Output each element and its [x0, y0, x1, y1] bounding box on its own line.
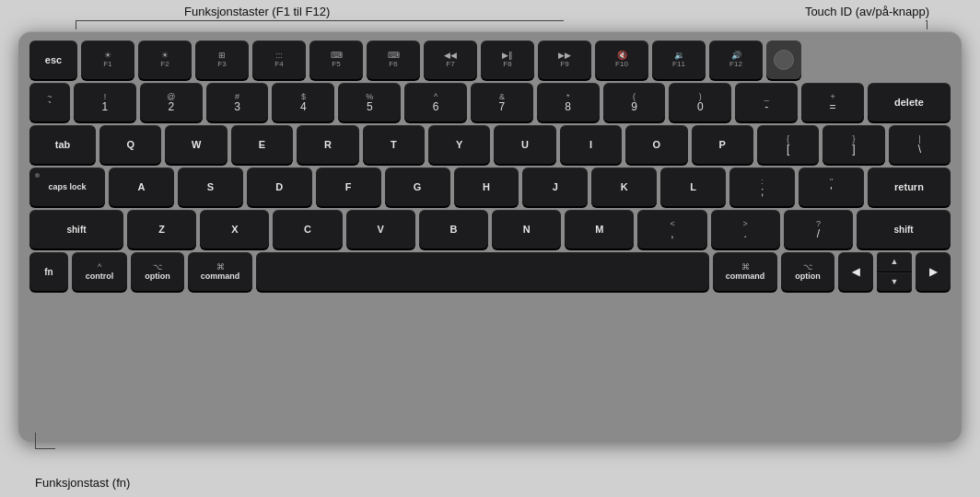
key-8[interactable]: *8 [537, 83, 600, 121]
key-1[interactable]: !1 [74, 83, 136, 121]
key-h[interactable]: H [454, 168, 519, 206]
key-j[interactable]: J [522, 168, 588, 206]
key-equals[interactable]: += [801, 83, 864, 121]
fn-keys-label: Funksjonstaster (F1 til F12) [184, 5, 330, 18]
key-period[interactable]: >. [711, 210, 780, 248]
key-s[interactable]: S [178, 168, 243, 206]
key-t[interactable]: T [363, 125, 425, 164]
key-y[interactable]: Y [428, 125, 490, 164]
key-g[interactable]: G [385, 168, 450, 206]
key-z[interactable]: Z [127, 210, 196, 248]
key-backtick[interactable]: ~` [29, 83, 70, 121]
key-v[interactable]: V [346, 210, 415, 248]
key-w[interactable]: W [165, 125, 227, 164]
fn-annotation-hline [35, 448, 55, 449]
key-f10[interactable]: 🔇F10 [595, 40, 648, 79]
fn-key-row: esc ☀F1 ☀F2 ⊞F3 :::F4 ⌨F5 ⌨F6 ◀◀F7 ▶‖F8 … [29, 40, 951, 79]
key-return[interactable]: return [868, 168, 951, 206]
key-f11[interactable]: 🔉F11 [652, 40, 706, 79]
key-comma[interactable]: <, [637, 210, 706, 248]
key-command-left[interactable]: ⌘ command [188, 252, 252, 291]
key-k[interactable]: K [591, 168, 657, 206]
key-u[interactable]: U [494, 125, 555, 164]
key-arrow-right[interactable]: ▶ [916, 252, 951, 291]
bracket-left [76, 20, 564, 29]
key-delete[interactable]: delete [868, 83, 951, 121]
number-row: ~` !1 @2 #3 $4 %5 ^6 &7 *8 (9 )0 _- += d… [29, 83, 951, 121]
key-rbracket[interactable]: }] [822, 125, 884, 164]
key-o[interactable]: O [625, 125, 687, 164]
key-quote[interactable]: "' [799, 168, 864, 206]
key-f7[interactable]: ◀◀F7 [424, 40, 477, 79]
key-semicolon[interactable]: :; [729, 168, 795, 206]
bracket-right [926, 20, 928, 29]
key-c[interactable]: C [273, 210, 342, 248]
key-lbracket[interactable]: {[ [757, 125, 819, 164]
key-control[interactable]: ^ control [72, 252, 127, 291]
key-f1[interactable]: ☀F1 [81, 40, 134, 79]
fn-annotation-line [35, 433, 36, 449]
key-f2[interactable]: ☀F2 [138, 40, 192, 79]
bottom-row: fn ^ control ⌥ option ⌘ command ⌘ comman… [29, 252, 951, 291]
key-r[interactable]: R [297, 125, 358, 164]
key-f4[interactable]: :::F4 [252, 40, 306, 79]
key-f6[interactable]: ⌨F6 [367, 40, 420, 79]
key-f9[interactable]: ▶▶F9 [538, 40, 591, 79]
key-e[interactable]: E [231, 125, 293, 164]
key-shift-left[interactable]: shift [29, 210, 123, 248]
key-f[interactable]: F [316, 168, 381, 206]
key-i[interactable]: I [560, 125, 622, 164]
key-arrow-down[interactable]: ▼ [877, 272, 912, 292]
key-fn[interactable]: fn [29, 252, 68, 291]
key-touch-id[interactable] [766, 40, 801, 79]
key-7[interactable]: &7 [471, 83, 533, 121]
key-d[interactable]: D [247, 168, 312, 206]
touch-id-sensor [774, 50, 794, 70]
key-n[interactable]: N [492, 210, 561, 248]
fn-key-annotation: Funksjonstast (fn) [35, 476, 130, 490]
key-f12[interactable]: 🔊F12 [709, 40, 763, 79]
zxcv-row: shift Z X C V B N M <, >. ?/ shift [29, 210, 951, 248]
key-a[interactable]: A [109, 168, 174, 206]
qwerty-row: tab Q W E R T Y U I O P {[ }] |\ [29, 125, 951, 164]
key-3[interactable]: #3 [206, 83, 269, 121]
key-p[interactable]: P [692, 125, 753, 164]
key-arrow-left[interactable]: ◀ [838, 252, 873, 291]
key-caps-lock[interactable]: caps lock [29, 168, 105, 206]
key-m[interactable]: M [565, 210, 634, 248]
key-b[interactable]: B [419, 210, 488, 248]
key-space[interactable] [256, 252, 709, 291]
key-shift-right[interactable]: shift [857, 210, 951, 248]
key-esc[interactable]: esc [29, 40, 77, 79]
key-tab[interactable]: tab [29, 125, 96, 164]
key-arrow-up[interactable]: ▲ [877, 252, 912, 272]
key-f3[interactable]: ⊞F3 [195, 40, 249, 79]
key-f8[interactable]: ▶‖F8 [481, 40, 534, 79]
caps-lock-indicator [35, 173, 40, 178]
key-2[interactable]: @2 [140, 83, 203, 121]
arrow-up-down-stack: ▲ ▼ [877, 252, 912, 291]
key-minus[interactable]: _- [735, 83, 798, 121]
key-5[interactable]: %5 [338, 83, 401, 121]
key-q[interactable]: Q [99, 125, 161, 164]
keyboard: esc ☀F1 ☀F2 ⊞F3 :::F4 ⌨F5 ⌨F6 ◀◀F7 ▶‖F8 … [18, 31, 962, 442]
key-command-right[interactable]: ⌘ command [713, 252, 777, 291]
key-6[interactable]: ^6 [404, 83, 467, 121]
key-l[interactable]: L [660, 168, 726, 206]
key-9[interactable]: (9 [603, 83, 666, 121]
key-slash[interactable]: ?/ [784, 210, 853, 248]
touch-id-label: Touch ID (av/på-knapp) [805, 5, 929, 18]
key-0[interactable]: )0 [669, 83, 731, 121]
key-x[interactable]: X [200, 210, 269, 248]
key-f5[interactable]: ⌨F5 [309, 40, 363, 79]
asdf-row: caps lock A S D F G H J K L :; "' return [29, 168, 951, 206]
key-option-right[interactable]: ⌥ option [781, 252, 834, 291]
key-option-left[interactable]: ⌥ option [131, 252, 184, 291]
key-backslash[interactable]: |\ [889, 125, 951, 164]
key-4[interactable]: $4 [272, 83, 334, 121]
